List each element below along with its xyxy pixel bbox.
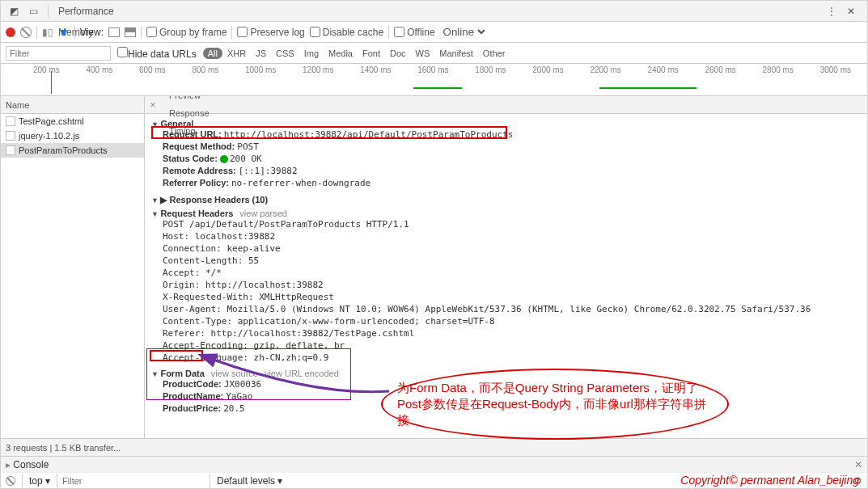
context-select[interactable]: top ▾ bbox=[29, 475, 50, 487]
request-header-line: Content-Type: application/x-www-form-url… bbox=[163, 315, 861, 327]
close-drawer-icon[interactable]: ✕ bbox=[854, 459, 862, 470]
request-name: TestPage.cshtml bbox=[19, 114, 84, 129]
request-row[interactable]: jquery-1.10.2.js bbox=[1, 129, 144, 143]
request-header-line: X-Requested-With: XMLHttpRequest bbox=[163, 291, 861, 303]
filter-type-css[interactable]: CSS bbox=[271, 48, 299, 59]
request-header-line: Host: localhost:39882 bbox=[163, 230, 861, 242]
status-dot-icon bbox=[220, 155, 228, 163]
disable-cache-checkbox[interactable]: Disable cache bbox=[310, 27, 383, 38]
request-headers-section-header[interactable]: Request Headersview parsed bbox=[151, 209, 861, 218]
filter-type-manifest[interactable]: Manifest bbox=[434, 48, 478, 59]
clear-console-icon[interactable] bbox=[6, 476, 15, 486]
timeline-tick: 2800 ms bbox=[763, 65, 794, 74]
timeline-bar bbox=[599, 87, 697, 89]
offline-checkbox[interactable]: Offline bbox=[394, 27, 434, 38]
timeline-bar bbox=[413, 87, 462, 89]
hide-data-urls-checkbox[interactable]: Hide data URLs bbox=[117, 47, 197, 60]
name-column-header[interactable]: Name bbox=[1, 96, 144, 114]
timeline-tick: 200 ms bbox=[33, 65, 60, 74]
view-url-encoded-link[interactable]: view URL encoded bbox=[265, 369, 339, 378]
status-code-label: Status Code: bbox=[163, 154, 218, 163]
request-url-label: Request URL: bbox=[163, 129, 222, 139]
request-header-line: Accept-Encoding: gzip, deflate, br bbox=[163, 339, 861, 352]
timeline-tick: 2400 ms bbox=[647, 65, 678, 74]
close-detail-icon[interactable]: × bbox=[145, 99, 161, 111]
request-header-line: Origin: http://localhost:39882 bbox=[163, 279, 861, 291]
network-toolbar: ▮▯ ▼ View: Group by frame Preserve log D… bbox=[1, 22, 867, 43]
console-drawer-header: Console ✕ bbox=[1, 456, 867, 472]
status-bar: 3 requests | 1.5 KB transfer... bbox=[1, 438, 867, 456]
record-icon[interactable] bbox=[6, 27, 15, 37]
filter-type-media[interactable]: Media bbox=[324, 48, 358, 59]
group-by-frame-checkbox[interactable]: Group by frame bbox=[146, 27, 227, 38]
timeline-tick: 600 ms bbox=[139, 65, 166, 74]
filter-type-ws[interactable]: WS bbox=[411, 48, 435, 59]
view-label: View: bbox=[80, 27, 104, 38]
timeline[interactable]: 200 ms400 ms600 ms800 ms1000 ms1200 ms14… bbox=[1, 64, 867, 96]
filter-type-all[interactable]: All bbox=[203, 48, 222, 59]
annotation-callout: 为Form Data，而不是Query String Parameters，证明… bbox=[381, 369, 729, 440]
view-parsed-link[interactable]: view parsed bbox=[239, 209, 287, 218]
request-header-line: POST /api/Default/PostParamToProducts HT… bbox=[163, 218, 861, 230]
filter-input[interactable] bbox=[6, 46, 111, 61]
divider bbox=[48, 5, 49, 18]
timeline-tick: 800 ms bbox=[193, 65, 219, 74]
request-header-line: Accept: */* bbox=[163, 267, 861, 279]
camera-icon[interactable]: ▮▯ bbox=[42, 27, 53, 38]
status-code-value: 200 OK bbox=[230, 154, 262, 164]
file-icon bbox=[6, 131, 15, 141]
device-toggle-icon[interactable]: ▭ bbox=[25, 3, 41, 19]
file-icon bbox=[6, 145, 15, 155]
request-header-line: Referer: http://localhost:39882/TestPage… bbox=[163, 327, 861, 339]
filter-icon[interactable]: ▼ bbox=[58, 26, 70, 39]
file-icon bbox=[6, 116, 15, 126]
filter-type-font[interactable]: Font bbox=[358, 48, 385, 59]
timeline-marker bbox=[51, 71, 52, 94]
remote-address-value: [::1]:39882 bbox=[239, 166, 298, 176]
clear-icon[interactable] bbox=[20, 27, 32, 38]
request-row[interactable]: TestPage.cshtml bbox=[1, 114, 144, 129]
timeline-tick: 1000 ms bbox=[245, 65, 276, 74]
general-section-header[interactable]: General bbox=[151, 119, 861, 129]
request-name: PostParamToProducts bbox=[19, 143, 107, 158]
copyright-text: Copyright© permanent Alan_beijing bbox=[680, 474, 859, 487]
referrer-policy-label: Referrer Policy: bbox=[163, 178, 229, 188]
log-levels-select[interactable]: Default levels ▾ bbox=[217, 475, 282, 487]
timeline-tick: 2600 ms bbox=[705, 65, 736, 74]
timeline-tick: 400 ms bbox=[87, 65, 113, 74]
console-filter-input[interactable] bbox=[57, 474, 210, 488]
inspect-icon[interactable]: ◩ bbox=[6, 3, 22, 19]
request-url-value: http://localhost:39882/api/Default/PostP… bbox=[224, 129, 514, 140]
remote-address-label: Remote Address: bbox=[163, 166, 236, 175]
filter-row: Hide data URLs AllXHRJSCSSImgMediaFontDo… bbox=[1, 43, 867, 64]
request-header-line: User-Agent: Mozilla/5.0 (Windows NT 10.0… bbox=[163, 303, 861, 315]
timeline-tick: 1800 ms bbox=[475, 65, 506, 74]
detail-tab-preview[interactable]: Preview bbox=[161, 96, 218, 104]
referrer-policy-value: no-referrer-when-downgrade bbox=[231, 178, 370, 188]
request-header-line: Accept-Language: zh-CN,zh;q=0.9 bbox=[163, 352, 861, 364]
timeline-tick: 1200 ms bbox=[303, 65, 333, 74]
filter-type-doc[interactable]: Doc bbox=[385, 48, 411, 59]
large-rows-icon[interactable] bbox=[108, 27, 120, 37]
filter-type-other[interactable]: Other bbox=[478, 48, 510, 59]
response-headers-section-header[interactable]: ▶ Response Headers (10) bbox=[151, 195, 268, 204]
tab-performance[interactable]: Performance bbox=[52, 1, 121, 22]
close-icon[interactable]: ✕ bbox=[843, 3, 859, 19]
kebab-icon[interactable]: ⋮ bbox=[824, 3, 840, 19]
request-row[interactable]: PostParamToProducts bbox=[1, 143, 144, 158]
overview-icon[interactable] bbox=[125, 27, 136, 37]
filter-type-img[interactable]: Img bbox=[299, 48, 324, 59]
preserve-log-checkbox[interactable]: Preserve log bbox=[237, 27, 304, 38]
timeline-tick: 2200 ms bbox=[590, 65, 620, 74]
request-list: Name TestPage.cshtmljquery-1.10.2.jsPost… bbox=[1, 96, 145, 438]
filter-type-js[interactable]: JS bbox=[251, 48, 271, 59]
filter-type-xhr[interactable]: XHR bbox=[222, 48, 251, 59]
console-tab[interactable]: Console bbox=[6, 459, 49, 470]
detail-tabs: × HeadersPreviewResponseTiming bbox=[145, 96, 867, 114]
request-method-value: POST bbox=[237, 141, 259, 152]
timeline-tick: 1600 ms bbox=[417, 65, 448, 74]
view-source-link[interactable]: view source bbox=[211, 369, 258, 378]
devtools-top-tabs: ◩ ▭ ElementsConsoleSourcesNetworkPerform… bbox=[1, 1, 867, 22]
throttling-select[interactable]: Online bbox=[440, 25, 488, 39]
timeline-tick: 1400 ms bbox=[360, 65, 391, 74]
